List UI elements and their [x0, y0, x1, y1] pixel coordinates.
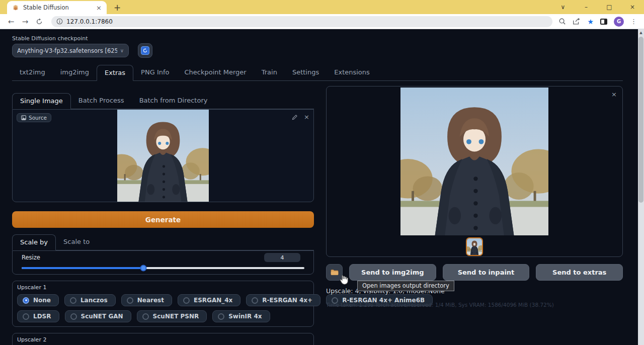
tab-settings[interactable]: Settings [285, 65, 327, 80]
folder-button-tooltip: Open images output directory [357, 281, 454, 291]
scale-tabs: Scale by Scale to [12, 234, 314, 250]
tab-batch-from-directory[interactable]: Batch from Directory [132, 93, 215, 109]
upscaler1-label: Upscaler 1 [17, 284, 309, 291]
tab-scale-by[interactable]: Scale by [12, 234, 56, 250]
upscaler1-option-nearest[interactable]: Nearest [121, 294, 172, 306]
radio-icon [142, 313, 149, 320]
slider-thumb[interactable] [140, 265, 146, 272]
chip-label: ScuNET GAN [81, 313, 123, 320]
tab-single-image[interactable]: Single Image [12, 93, 71, 109]
new-tab-button[interactable]: + [111, 1, 124, 14]
radio-icon [127, 297, 133, 304]
page-content: Stable Diffusion checkpoint Anything-V3-… [0, 29, 644, 345]
image-icon [21, 115, 26, 120]
url-text[interactable]: 127.0.0.1:7860 [66, 18, 113, 25]
send-to-img2img-button[interactable]: Send to img2img [349, 264, 436, 281]
chip-label: ESRGAN_4x [194, 297, 232, 304]
upscaler1-option-esrgan4x[interactable]: ESRGAN_4x [178, 294, 240, 306]
upscaler1-option-scunet-psnr[interactable]: ScuNET PSNR [137, 310, 207, 322]
output-buttons-row: Send to img2img Send to inpaint Send to … [326, 264, 623, 281]
main-tabs: txt2img img2img Extras PNG Info Checkpoi… [12, 65, 623, 81]
refresh-icon [141, 46, 149, 55]
page-scrollbar[interactable]: ▲ [638, 29, 644, 345]
chip-label: Lanczos [80, 297, 108, 304]
thumbnail-image [467, 238, 482, 255]
share-icon[interactable] [573, 18, 581, 25]
browser-window: Stable Diffusion × + ∨ – □ × ← → 127.0. [0, 0, 644, 345]
close-window-button[interactable]: × [621, 0, 644, 14]
source-badge-label: Source [29, 115, 47, 121]
send-to-extras-button[interactable]: Send to extras [536, 264, 623, 281]
radio-icon [23, 313, 29, 320]
source-badge: Source [17, 113, 51, 122]
maximize-button[interactable]: □ [598, 0, 621, 14]
output-gallery: × [326, 86, 623, 257]
stable-diffusion-webui: ▲ Stable Diffusion checkpoint Anything-V… [0, 29, 644, 345]
upscaler1-option-scunet-gan[interactable]: ScuNET GAN [65, 310, 131, 322]
radio-selected-icon [23, 297, 29, 304]
back-button[interactable]: ← [5, 16, 17, 28]
side-panel-icon[interactable] [600, 19, 607, 25]
output-column: × [326, 86, 623, 345]
address-bar[interactable]: 127.0.0.1:7860 [51, 16, 552, 27]
edit-pencil-icon[interactable] [292, 114, 298, 120]
source-image [117, 110, 209, 202]
gallery-close-icon[interactable]: × [611, 91, 617, 98]
reload-button[interactable] [33, 16, 45, 28]
extras-panel: Single Image Batch Process Batch from Di… [12, 86, 623, 345]
resize-slider[interactable] [22, 267, 304, 269]
chip-label: Nearest [137, 297, 164, 304]
profile-avatar[interactable]: G [614, 17, 624, 27]
tab-scale-to[interactable]: Scale to [56, 234, 97, 250]
upscaler1-option-none[interactable]: None [17, 294, 59, 306]
tab-extras[interactable]: Extras [97, 65, 133, 81]
tab-extensions[interactable]: Extensions [327, 65, 377, 80]
radio-icon [70, 313, 77, 320]
tab-train[interactable]: Train [254, 65, 285, 80]
checkpoint-row: Anything-V3-fp32.safetensors [625a2ba2] … [12, 43, 623, 58]
tab-batch-process[interactable]: Batch Process [71, 93, 132, 109]
menu-kebab-icon[interactable]: ⋮ [630, 18, 637, 25]
upscaler1-option-swinir[interactable]: SwinIR 4x [212, 310, 270, 322]
window-controls: ∨ – □ × [551, 0, 644, 14]
browser-toolbar: ← → 127.0.0.1:7860 [0, 14, 644, 29]
clear-image-icon[interactable]: × [304, 113, 309, 121]
browser-tab[interactable]: Stable Diffusion × [7, 1, 107, 14]
forward-button[interactable]: → [19, 16, 31, 28]
upscaler1-option-lanczos[interactable]: Lanczos [64, 294, 116, 306]
resize-value-input[interactable]: 4 [264, 253, 300, 262]
site-info-icon[interactable] [56, 18, 63, 25]
source-image-dropzone[interactable]: Source × [12, 109, 314, 202]
chip-label: ScuNET PSNR [153, 313, 199, 320]
tab-txt2img[interactable]: txt2img [12, 65, 53, 80]
toolbar-icons: ★ G ⋮ [558, 17, 639, 27]
mouse-cursor-hand [338, 274, 349, 286]
output-image[interactable] [400, 88, 548, 235]
scrollbar-up-arrow[interactable]: ▲ [638, 29, 644, 36]
reload-icon [36, 18, 43, 25]
refresh-checkpoints-button[interactable] [138, 43, 152, 58]
checkpoint-dropdown[interactable]: Anything-V3-fp32.safetensors [625a2ba2] … [12, 44, 129, 57]
minimize-button[interactable]: – [575, 0, 598, 14]
generate-button[interactable]: Generate [12, 211, 314, 228]
upscaler1-option-resrgan4x[interactable]: R-ESRGAN 4x+ [246, 294, 320, 306]
chevron-down-icon: ∨ [120, 48, 124, 53]
tab-search-icon[interactable]: ∨ [551, 0, 575, 14]
tab-close-icon[interactable]: × [96, 4, 102, 12]
source-tabs: Single Image Batch Process Batch from Di… [12, 93, 314, 109]
scrollbar-thumb[interactable] [638, 37, 643, 203]
image-toolbar: × [292, 113, 309, 121]
slider-fill [22, 267, 143, 269]
send-to-inpaint-button[interactable]: Send to inpaint [443, 264, 530, 281]
chip-label: R-ESRGAN 4x+ [262, 297, 312, 304]
checkpoint-value: Anything-V3-fp32.safetensors [625a2ba2] [17, 47, 117, 54]
tab-img2img[interactable]: img2img [53, 65, 97, 80]
input-column: Single Image Batch Process Batch from Di… [12, 86, 314, 345]
bookmark-star-icon[interactable]: ★ [587, 18, 594, 26]
upscaler1-option-ldsr[interactable]: LDSR [17, 310, 59, 322]
tab-png-info[interactable]: PNG Info [133, 65, 177, 80]
tab-checkpoint-merger[interactable]: Checkpoint Merger [177, 65, 254, 80]
gallery-thumbnails [327, 237, 622, 256]
zoom-icon[interactable] [558, 18, 566, 25]
gallery-thumbnail-selected[interactable] [466, 237, 483, 256]
